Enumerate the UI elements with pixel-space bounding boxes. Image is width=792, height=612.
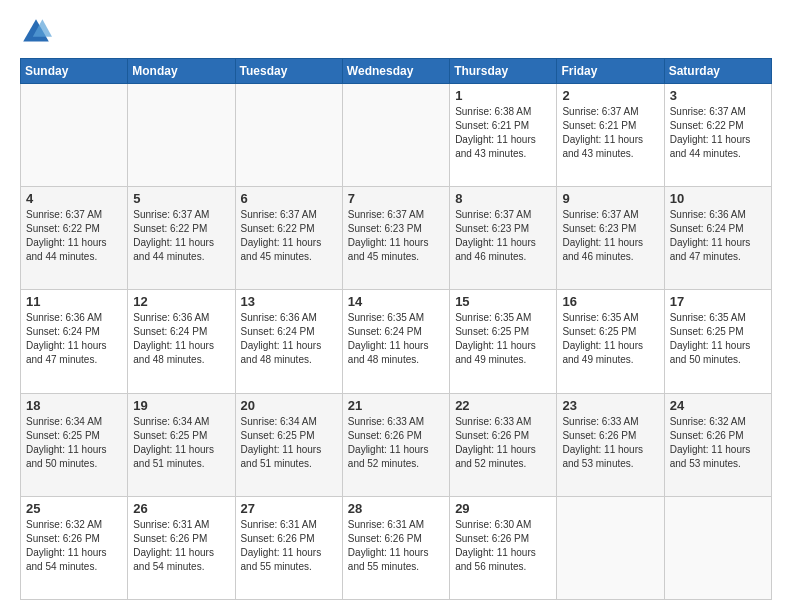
day-number: 15 (455, 294, 551, 309)
day-number: 16 (562, 294, 658, 309)
day-number: 29 (455, 501, 551, 516)
day-number: 4 (26, 191, 122, 206)
day-number: 27 (241, 501, 337, 516)
day-number: 23 (562, 398, 658, 413)
day-number: 11 (26, 294, 122, 309)
calendar-day-cell: 4Sunrise: 6:37 AM Sunset: 6:22 PM Daylig… (21, 187, 128, 290)
day-number: 22 (455, 398, 551, 413)
calendar-day-cell (342, 84, 449, 187)
day-number: 8 (455, 191, 551, 206)
calendar-day-cell: 1Sunrise: 6:38 AM Sunset: 6:21 PM Daylig… (450, 84, 557, 187)
calendar-day-cell (664, 496, 771, 599)
calendar-day-cell: 9Sunrise: 6:37 AM Sunset: 6:23 PM Daylig… (557, 187, 664, 290)
calendar-day-cell: 20Sunrise: 6:34 AM Sunset: 6:25 PM Dayli… (235, 393, 342, 496)
calendar-day-cell: 3Sunrise: 6:37 AM Sunset: 6:22 PM Daylig… (664, 84, 771, 187)
day-number: 20 (241, 398, 337, 413)
calendar-day-cell: 28Sunrise: 6:31 AM Sunset: 6:26 PM Dayli… (342, 496, 449, 599)
day-info: Sunrise: 6:35 AM Sunset: 6:25 PM Dayligh… (455, 311, 551, 367)
calendar-day-cell (235, 84, 342, 187)
day-info: Sunrise: 6:38 AM Sunset: 6:21 PM Dayligh… (455, 105, 551, 161)
calendar-day-cell: 24Sunrise: 6:32 AM Sunset: 6:26 PM Dayli… (664, 393, 771, 496)
calendar-day-cell: 11Sunrise: 6:36 AM Sunset: 6:24 PM Dayli… (21, 290, 128, 393)
calendar-day-cell (557, 496, 664, 599)
day-number: 17 (670, 294, 766, 309)
day-number: 14 (348, 294, 444, 309)
calendar-day-cell: 12Sunrise: 6:36 AM Sunset: 6:24 PM Dayli… (128, 290, 235, 393)
day-info: Sunrise: 6:35 AM Sunset: 6:25 PM Dayligh… (562, 311, 658, 367)
day-info: Sunrise: 6:32 AM Sunset: 6:26 PM Dayligh… (670, 415, 766, 471)
calendar-day-cell: 8Sunrise: 6:37 AM Sunset: 6:23 PM Daylig… (450, 187, 557, 290)
day-info: Sunrise: 6:37 AM Sunset: 6:22 PM Dayligh… (241, 208, 337, 264)
calendar-week-row: 1Sunrise: 6:38 AM Sunset: 6:21 PM Daylig… (21, 84, 772, 187)
day-number: 7 (348, 191, 444, 206)
day-number: 1 (455, 88, 551, 103)
day-info: Sunrise: 6:36 AM Sunset: 6:24 PM Dayligh… (241, 311, 337, 367)
calendar-week-row: 4Sunrise: 6:37 AM Sunset: 6:22 PM Daylig… (21, 187, 772, 290)
header (20, 16, 772, 48)
day-of-week-header: Friday (557, 59, 664, 84)
day-of-week-header: Monday (128, 59, 235, 84)
logo (20, 16, 58, 48)
calendar-day-cell: 18Sunrise: 6:34 AM Sunset: 6:25 PM Dayli… (21, 393, 128, 496)
day-info: Sunrise: 6:30 AM Sunset: 6:26 PM Dayligh… (455, 518, 551, 574)
calendar-day-cell: 5Sunrise: 6:37 AM Sunset: 6:22 PM Daylig… (128, 187, 235, 290)
calendar-day-cell: 19Sunrise: 6:34 AM Sunset: 6:25 PM Dayli… (128, 393, 235, 496)
day-info: Sunrise: 6:36 AM Sunset: 6:24 PM Dayligh… (133, 311, 229, 367)
day-info: Sunrise: 6:37 AM Sunset: 6:22 PM Dayligh… (26, 208, 122, 264)
day-info: Sunrise: 6:31 AM Sunset: 6:26 PM Dayligh… (241, 518, 337, 574)
calendar-header-row: SundayMondayTuesdayWednesdayThursdayFrid… (21, 59, 772, 84)
calendar-day-cell: 29Sunrise: 6:30 AM Sunset: 6:26 PM Dayli… (450, 496, 557, 599)
day-info: Sunrise: 6:34 AM Sunset: 6:25 PM Dayligh… (133, 415, 229, 471)
day-number: 9 (562, 191, 658, 206)
day-number: 12 (133, 294, 229, 309)
day-number: 18 (26, 398, 122, 413)
day-number: 25 (26, 501, 122, 516)
day-info: Sunrise: 6:36 AM Sunset: 6:24 PM Dayligh… (26, 311, 122, 367)
day-info: Sunrise: 6:35 AM Sunset: 6:25 PM Dayligh… (670, 311, 766, 367)
calendar-day-cell: 6Sunrise: 6:37 AM Sunset: 6:22 PM Daylig… (235, 187, 342, 290)
calendar-week-row: 25Sunrise: 6:32 AM Sunset: 6:26 PM Dayli… (21, 496, 772, 599)
day-number: 28 (348, 501, 444, 516)
day-info: Sunrise: 6:37 AM Sunset: 6:22 PM Dayligh… (670, 105, 766, 161)
day-number: 24 (670, 398, 766, 413)
day-number: 21 (348, 398, 444, 413)
calendar-day-cell (128, 84, 235, 187)
day-info: Sunrise: 6:37 AM Sunset: 6:23 PM Dayligh… (562, 208, 658, 264)
calendar-day-cell (21, 84, 128, 187)
day-number: 5 (133, 191, 229, 206)
day-of-week-header: Sunday (21, 59, 128, 84)
day-info: Sunrise: 6:33 AM Sunset: 6:26 PM Dayligh… (562, 415, 658, 471)
day-info: Sunrise: 6:37 AM Sunset: 6:23 PM Dayligh… (455, 208, 551, 264)
calendar-day-cell: 14Sunrise: 6:35 AM Sunset: 6:24 PM Dayli… (342, 290, 449, 393)
day-number: 6 (241, 191, 337, 206)
day-info: Sunrise: 6:31 AM Sunset: 6:26 PM Dayligh… (133, 518, 229, 574)
calendar-day-cell: 17Sunrise: 6:35 AM Sunset: 6:25 PM Dayli… (664, 290, 771, 393)
day-info: Sunrise: 6:33 AM Sunset: 6:26 PM Dayligh… (348, 415, 444, 471)
day-of-week-header: Saturday (664, 59, 771, 84)
day-info: Sunrise: 6:37 AM Sunset: 6:23 PM Dayligh… (348, 208, 444, 264)
calendar-day-cell: 15Sunrise: 6:35 AM Sunset: 6:25 PM Dayli… (450, 290, 557, 393)
day-of-week-header: Thursday (450, 59, 557, 84)
calendar-day-cell: 7Sunrise: 6:37 AM Sunset: 6:23 PM Daylig… (342, 187, 449, 290)
day-number: 2 (562, 88, 658, 103)
calendar-week-row: 11Sunrise: 6:36 AM Sunset: 6:24 PM Dayli… (21, 290, 772, 393)
day-info: Sunrise: 6:31 AM Sunset: 6:26 PM Dayligh… (348, 518, 444, 574)
calendar-day-cell: 25Sunrise: 6:32 AM Sunset: 6:26 PM Dayli… (21, 496, 128, 599)
day-info: Sunrise: 6:36 AM Sunset: 6:24 PM Dayligh… (670, 208, 766, 264)
day-of-week-header: Tuesday (235, 59, 342, 84)
day-info: Sunrise: 6:33 AM Sunset: 6:26 PM Dayligh… (455, 415, 551, 471)
calendar-week-row: 18Sunrise: 6:34 AM Sunset: 6:25 PM Dayli… (21, 393, 772, 496)
calendar-day-cell: 21Sunrise: 6:33 AM Sunset: 6:26 PM Dayli… (342, 393, 449, 496)
calendar-day-cell: 13Sunrise: 6:36 AM Sunset: 6:24 PM Dayli… (235, 290, 342, 393)
day-info: Sunrise: 6:37 AM Sunset: 6:22 PM Dayligh… (133, 208, 229, 264)
day-info: Sunrise: 6:35 AM Sunset: 6:24 PM Dayligh… (348, 311, 444, 367)
day-of-week-header: Wednesday (342, 59, 449, 84)
day-info: Sunrise: 6:34 AM Sunset: 6:25 PM Dayligh… (241, 415, 337, 471)
day-number: 3 (670, 88, 766, 103)
page: SundayMondayTuesdayWednesdayThursdayFrid… (0, 0, 792, 612)
calendar-day-cell: 23Sunrise: 6:33 AM Sunset: 6:26 PM Dayli… (557, 393, 664, 496)
day-number: 19 (133, 398, 229, 413)
calendar-day-cell: 2Sunrise: 6:37 AM Sunset: 6:21 PM Daylig… (557, 84, 664, 187)
day-number: 26 (133, 501, 229, 516)
day-info: Sunrise: 6:34 AM Sunset: 6:25 PM Dayligh… (26, 415, 122, 471)
